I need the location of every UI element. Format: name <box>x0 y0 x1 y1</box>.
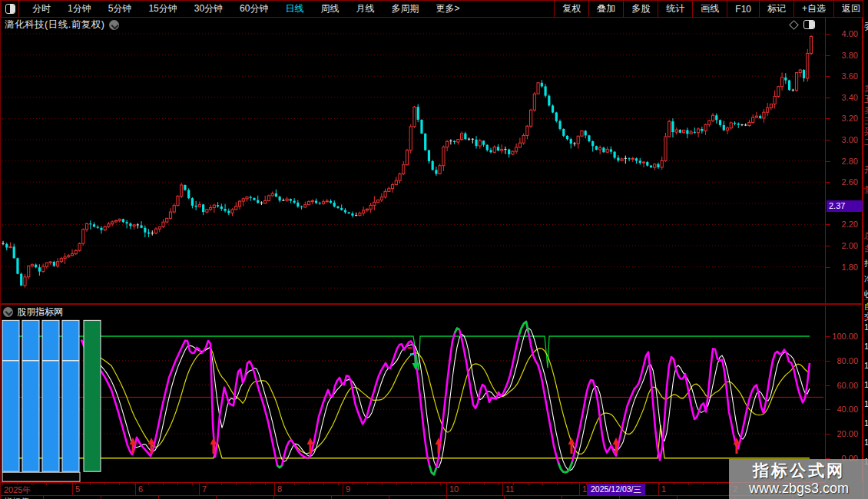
month-boundary <box>135 483 136 495</box>
toolbar-period-3[interactable]: 5分钟 <box>100 2 141 15</box>
panel-divider <box>1 303 868 305</box>
panel-layout-icon[interactable] <box>803 20 815 29</box>
toolbar-period-6[interactable]: 60分钟 <box>231 2 277 15</box>
date-minor-tick <box>382 483 383 485</box>
clipped-cell-border <box>158 496 159 499</box>
watermark: 指标公式网 www.zbgs3.com <box>729 459 868 499</box>
indicator-axis-label: 80.00 <box>837 356 858 365</box>
toolbar-tool-8[interactable]: +自选 <box>793 1 833 17</box>
strip-digit: 1 <box>864 438 868 447</box>
date-minor-tick <box>163 483 164 485</box>
date-minor-tick <box>177 483 178 485</box>
date-minor-tick <box>469 483 470 485</box>
toolbar-period-11[interactable]: 更多> <box>427 2 468 15</box>
price-tick <box>826 224 830 225</box>
strip-char: 量 <box>864 184 868 196</box>
price-tick <box>826 97 830 98</box>
strip-digit: 1 <box>864 342 868 351</box>
date-minor-tick <box>119 483 120 485</box>
month-label: 1 <box>661 484 666 494</box>
strip-char: 买 <box>864 126 868 137</box>
chevron-down-icon[interactable] <box>109 20 119 30</box>
date-minor-tick <box>90 483 91 485</box>
strip-digit: 1 <box>864 361 868 370</box>
month-boundary <box>274 483 275 495</box>
strip-digit: 1 <box>864 380 868 389</box>
date-minor-tick <box>542 483 543 485</box>
date-minor-tick <box>411 483 412 485</box>
date-axis: 2025年 2025/12/03/三 5678910111212 <box>1 482 825 496</box>
toolbar-period-4[interactable]: 15分钟 <box>140 2 185 15</box>
layout-toggle-button[interactable] <box>2 1 19 17</box>
price-axis: 4.003.803.603.403.203.002.802.602.202.00… <box>825 18 863 305</box>
price-axis-label: 3.20 <box>842 114 858 123</box>
month-boundary <box>579 483 580 495</box>
date-minor-tick <box>440 483 441 485</box>
clipped-cell-border <box>504 496 505 499</box>
strip-char: 二 <box>864 137 868 148</box>
date-minor-tick <box>2 483 3 485</box>
month-label: 8 <box>277 484 282 494</box>
toolbar-period-7[interactable]: 日线 <box>277 2 312 15</box>
price-tick <box>826 140 830 140</box>
toolbar-period-10[interactable]: 多周期 <box>383 2 427 15</box>
toolbar-tool-4[interactable]: 统计 <box>658 1 692 17</box>
clipped-cell-border <box>216 496 217 499</box>
indicator-axis-label: 20.00 <box>837 429 858 438</box>
diamond-marker-icon[interactable] <box>789 20 799 30</box>
strip-char: 多 <box>864 243 868 254</box>
date-minor-tick <box>571 483 572 485</box>
indicator-axis: 100.0080.0060.0040.0020.000.00 <box>825 305 863 482</box>
clipped-cell-border <box>562 496 562 499</box>
toolbar-period-8[interactable]: 周线 <box>312 2 347 15</box>
date-minor-tick <box>46 483 47 485</box>
watermark-url: www.zbgs3.com <box>729 480 868 497</box>
price-tick <box>826 161 830 162</box>
indicator-tick <box>826 434 830 435</box>
toolbar-period-5[interactable]: 30分钟 <box>186 2 231 15</box>
period-menu: 分时1分钟5分钟15分钟30分钟60分钟日线周线月线多周期更多> <box>19 1 468 17</box>
strip-char: 总 <box>864 230 868 242</box>
toolbar-tool-7[interactable]: 标记 <box>759 1 793 17</box>
watermark-title: 指标公式网 <box>729 461 868 480</box>
date-minor-tick <box>236 483 237 485</box>
strip-divider <box>863 318 868 319</box>
indicator-axis-label: 40.00 <box>837 405 858 414</box>
indicator-axis-label: 60.00 <box>837 381 858 390</box>
strip-digit: 1 <box>864 399 868 408</box>
selected-date-badge: 2025/12/03/三 <box>587 484 645 496</box>
month-boundary <box>502 483 503 495</box>
month-label: 5 <box>75 484 80 494</box>
date-minor-tick <box>674 483 674 485</box>
toolbar-period-1[interactable]: 分时 <box>24 2 59 15</box>
toolbar-tool-6[interactable]: F10 <box>727 1 759 17</box>
price-tick <box>826 76 830 77</box>
toolbar-period-2[interactable]: 1分钟 <box>59 2 100 15</box>
toolbar-tool-1[interactable]: 复权 <box>554 1 588 17</box>
indicator-chart[interactable] <box>1 306 825 483</box>
date-minor-tick <box>499 483 499 485</box>
strip-char: 交 <box>864 311 868 322</box>
strip-char: 卖 <box>864 104 868 116</box>
price-tick <box>826 34 830 35</box>
clipped-cell-border <box>677 496 678 499</box>
top-toolbar: 分时1分钟5分钟15分钟30分钟60分钟日线周线月线多周期更多> 复权叠加多股统… <box>1 0 868 18</box>
price-tick <box>826 55 830 56</box>
month-label: 6 <box>138 484 143 494</box>
candlestick-chart[interactable] <box>1 32 825 305</box>
price-tick <box>826 182 830 183</box>
toolbar-tool-5[interactable]: 画线 <box>692 1 727 17</box>
indicator-collapse-icon[interactable] <box>3 307 13 317</box>
price-axis-label: 1.80 <box>842 263 858 272</box>
price-axis-label: 2.80 <box>842 157 858 166</box>
toolbar-tool-3[interactable]: 多股 <box>623 1 658 17</box>
toolbar-period-9[interactable]: 月线 <box>347 2 383 15</box>
toolbar-tool-2[interactable]: 叠加 <box>588 1 623 17</box>
price-axis-label: 2.20 <box>842 220 858 229</box>
date-minor-tick <box>659 483 660 485</box>
price-axis-label: 4.00 <box>842 29 858 38</box>
clipped-cell-border <box>273 496 274 499</box>
price-tick <box>826 267 830 268</box>
strip-char: 持 <box>864 258 868 269</box>
clipped-row-text: 指标值 <box>4 496 29 499</box>
